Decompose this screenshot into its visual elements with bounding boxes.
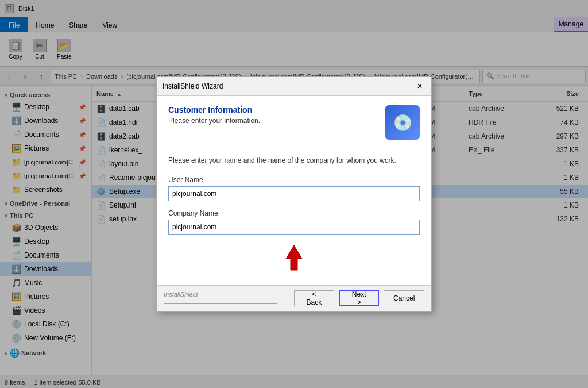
svg-marker-0 (286, 245, 302, 270)
arrow-container (168, 243, 420, 271)
dialog-close-button[interactable]: ✕ (414, 80, 425, 92)
dialog-title: InstallShield Wizard (163, 82, 223, 90)
cancel-button-dialog[interactable]: Cancel (384, 290, 424, 306)
company-label: Company Name: (168, 209, 420, 217)
company-group: Company Name: (168, 209, 420, 235)
back-button-dialog[interactable]: < Back (294, 290, 334, 306)
dialog-overlay: InstallShield Wizard ✕ Customer Informat… (0, 0, 588, 388)
next-button-dialog[interactable]: Next > (339, 290, 379, 306)
dialog-header-section: Customer Information Please enter your i… (168, 105, 420, 140)
dialog-body: Customer Information Please enter your i… (157, 96, 431, 285)
username-label: User Name: (168, 176, 420, 184)
footer-buttons: < Back Next > Cancel (294, 290, 424, 306)
dialog-footer: InstallShield —————————————————— < Back … (157, 285, 431, 311)
username-group: User Name: (168, 176, 420, 201)
username-input[interactable] (168, 186, 420, 201)
dialog-header-left: Customer Information Please enter your i… (168, 105, 260, 125)
dialog-description: Please enter your name and the name of t… (168, 149, 420, 164)
dialog-customer-info-title: Customer Information (168, 105, 260, 114)
logo-icon: 💿 (393, 113, 413, 132)
company-input[interactable] (168, 220, 420, 235)
dialog: InstallShield Wizard ✕ Customer Informat… (156, 76, 432, 312)
dialog-logo: 💿 (385, 105, 420, 140)
down-arrow-icon (281, 243, 307, 271)
installshield-label: InstallShield —————————————————— (164, 290, 294, 306)
dialog-title-bar: InstallShield Wizard ✕ (157, 77, 431, 96)
dialog-subtitle: Please enter your information. (168, 117, 260, 125)
